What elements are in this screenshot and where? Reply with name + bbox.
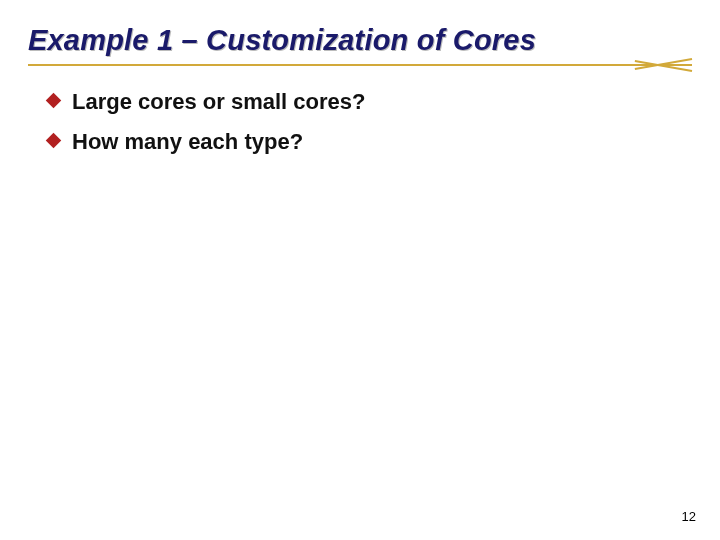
list-item: How many each type? <box>72 129 692 155</box>
list-item: Large cores or small cores? <box>72 89 692 115</box>
divider-line <box>28 64 692 66</box>
title-divider <box>28 61 692 75</box>
diamond-bullet-icon <box>46 93 62 109</box>
page-number: 12 <box>682 509 696 524</box>
bullet-text: How many each type? <box>72 129 303 154</box>
bullet-text: Large cores or small cores? <box>72 89 365 114</box>
slide-title: Example 1 – Customization of Cores <box>28 24 692 57</box>
slide: Example 1 – Customization of Cores Large… <box>0 0 720 540</box>
bullet-list: Large cores or small cores? How many eac… <box>28 89 692 155</box>
diamond-bullet-icon <box>46 133 62 149</box>
